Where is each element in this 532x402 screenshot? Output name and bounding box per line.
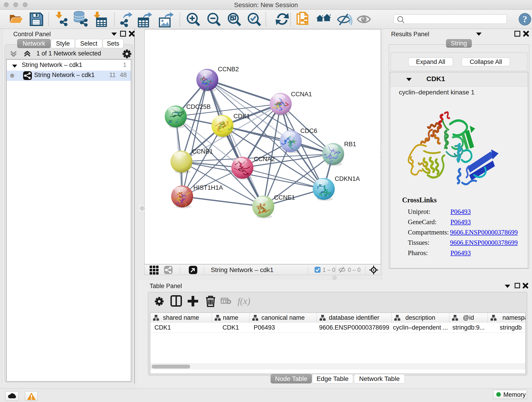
svg-text:CCNB1: CCNB1	[192, 148, 213, 155]
svg-text:String Network – cdk1: String Network – cdk1	[211, 266, 273, 274]
svg-text:CDC6: CDC6	[300, 128, 317, 134]
svg-text:CDK1: CDK1	[234, 113, 250, 120]
svg-text:0 – 0: 0 – 0	[348, 267, 361, 273]
svg-text:RB1: RB1	[344, 141, 356, 148]
svg-text:CDC25B: CDC25B	[186, 103, 211, 110]
svg-text:CCNE1: CCNE1	[274, 194, 295, 201]
svg-text:HIST1H1A: HIST1H1A	[193, 184, 223, 191]
svg-text:CCNA1: CCNA1	[291, 91, 312, 98]
svg-text:f(x): f(x)	[238, 296, 250, 306]
svg-text:?: ?	[523, 14, 527, 24]
svg-text:1 – 0: 1 – 0	[323, 267, 336, 273]
svg-text:CCNA2: CCNA2	[254, 156, 275, 162]
svg-text:CDKN1A: CDKN1A	[335, 175, 360, 182]
svg-text:CCNB2: CCNB2	[218, 66, 239, 73]
